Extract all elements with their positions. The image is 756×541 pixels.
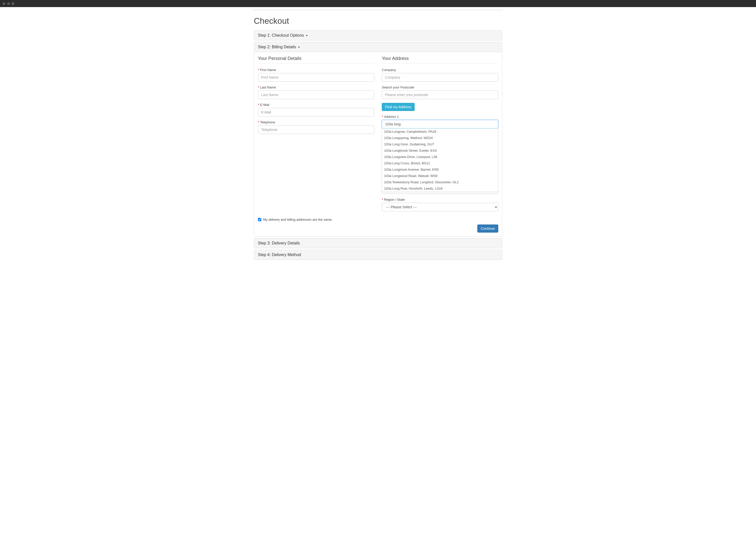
address1-input[interactable] — [382, 120, 498, 129]
autocomplete-item[interactable]: 103a Longbrook Street, Exeter, EX4 — [382, 147, 498, 154]
step-1-heading[interactable]: Step 1: Checkout Options — [254, 31, 502, 40]
region-label: Region / State — [382, 198, 498, 202]
chevron-down-icon — [298, 47, 300, 48]
same-address-label: My delivery and billing addresses are th… — [263, 218, 333, 222]
company-input[interactable] — [382, 73, 498, 82]
telephone-label: Telephone — [258, 120, 375, 124]
step-3-heading[interactable]: Step 3: Delivery Details — [254, 239, 502, 248]
step-4-label: Step 4: Delivery Method — [258, 253, 301, 257]
continue-button[interactable]: Continue — [477, 225, 498, 233]
step-2-heading[interactable]: Step 2: Billing Details — [254, 42, 502, 52]
step-2-panel: Step 2: Billing Details Your Personal De… — [254, 42, 502, 237]
step-4-panel: Step 4: Delivery Method — [254, 250, 502, 260]
step-1-panel: Step 1: Checkout Options — [254, 30, 502, 40]
autocomplete-item[interactable]: 103a Longmore Avenue, Barnet, EN5 — [382, 166, 498, 173]
last-name-label: Last Name — [258, 86, 375, 89]
autocomplete-item[interactable]: 103a Long Row, Horsforth, Leeds, LS18 — [382, 185, 498, 192]
address-autocomplete: 103a Longrow, Campbeltown, PA28103a Long… — [382, 129, 498, 192]
autocomplete-item[interactable]: 103a Long Cross, Bristol, BS11 — [382, 160, 498, 166]
first-name-input[interactable] — [258, 73, 375, 82]
first-name-label: First Name — [258, 68, 375, 72]
postcode-search-input[interactable] — [382, 91, 498, 99]
step-3-label: Step 3: Delivery Details — [258, 241, 300, 245]
step-2-label: Step 2: Billing Details — [258, 45, 296, 49]
window-titlebar — [0, 0, 756, 7]
step-4-heading[interactable]: Step 4: Delivery Method — [254, 250, 502, 260]
region-select[interactable]: --- Please Select --- — [382, 203, 498, 211]
company-label: Company — [382, 68, 498, 72]
autocomplete-item[interactable]: 103a Longrow, Campbeltown, PA28 — [382, 129, 498, 135]
same-address-checkbox[interactable] — [258, 218, 261, 221]
address-legend: Your Address — [382, 56, 498, 63]
step-3-panel: Step 3: Delivery Details — [254, 238, 502, 248]
autocomplete-item[interactable]: 103a Longwood Road, Walsall, WS9 — [382, 173, 498, 179]
step-1-label: Step 1: Checkout Options — [258, 33, 304, 37]
autocomplete-item[interactable]: 103a Long Gore, Godalming, GU7 — [382, 141, 498, 147]
page-title: Checkout — [254, 16, 502, 26]
personal-details-legend: Your Personal Details — [258, 56, 375, 63]
autocomplete-item[interactable]: 103a Longspring, Watford, WD24 — [382, 135, 498, 141]
top-panel-sliver — [254, 9, 502, 11]
email-label: E-Mail — [258, 103, 375, 107]
telephone-input[interactable] — [258, 125, 375, 134]
autocomplete-item[interactable]: 103a Tewkesbury Road, Longford, Gloucest… — [382, 179, 498, 185]
postcode-search-label: Search your Postcode — [382, 86, 498, 89]
window-dot — [12, 2, 14, 5]
window-dot — [7, 2, 10, 5]
autocomplete-item[interactable]: 103a Longview Drive, Liverpool, L36 — [382, 154, 498, 160]
address1-label: Address 1 — [382, 115, 498, 119]
window-dot — [3, 2, 5, 5]
last-name-input[interactable] — [258, 91, 375, 99]
email-input[interactable] — [258, 108, 375, 117]
find-address-button[interactable]: Find my Address — [382, 103, 415, 111]
chevron-down-icon — [306, 35, 308, 36]
